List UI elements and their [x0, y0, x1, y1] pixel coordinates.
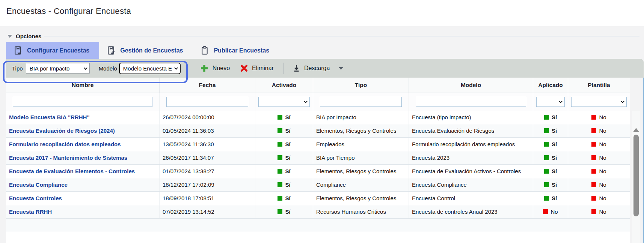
modelo-select-value: Modelo Encuesta E — [123, 65, 172, 72]
tab-publicar-encuestas[interactable]: Publicar Encuestas — [193, 42, 279, 59]
descarga-button[interactable]: Descarga — [293, 64, 343, 72]
tab-label: Configurar Encuestas — [27, 47, 89, 54]
scroll-up-arrow-icon[interactable] — [633, 128, 639, 132]
column-header-fecha[interactable]: Fecha — [160, 78, 255, 93]
table-header-row: Nombre Fecha Activado Tipo Modelo Aplica… — [6, 78, 630, 93]
status-text: Sí — [552, 154, 557, 161]
tipo-cell: BIA por Impacto — [313, 111, 409, 124]
activado-cell: Sí — [255, 124, 313, 137]
table-row: Encuesta Evaluación de Riesgos (2024) 01… — [6, 124, 630, 138]
column-header-activado[interactable]: Activado — [255, 78, 313, 93]
filter-plantilla-select[interactable] — [571, 97, 627, 107]
tab-gestion-de-encuestas[interactable]: Gestión de Encuestas — [99, 42, 193, 59]
survey-name-link[interactable]: Encuesta Evaluación de Riesgos (2024) — [6, 124, 160, 137]
fecha-cell: 13/05/2024 11:36:30 — [160, 138, 255, 151]
status-text: Sí — [552, 168, 557, 174]
column-header-aplicado[interactable]: Aplicado — [533, 78, 568, 93]
table-row: Encuesta Compliance 18/12/2017 17:02:09 … — [6, 178, 630, 192]
chevron-down-icon — [174, 66, 178, 70]
filter-nombre-input[interactable] — [13, 97, 152, 107]
plantilla-cell: No — [568, 205, 630, 218]
filter-activado-select[interactable] — [258, 97, 310, 107]
status-text: No — [599, 168, 606, 174]
aplicado-cell: Sí — [533, 165, 568, 178]
column-header-tipo[interactable]: Tipo — [313, 78, 409, 93]
toolbar-divider — [284, 63, 284, 74]
status-square-icon — [544, 196, 549, 201]
x-icon — [240, 64, 248, 72]
status-square-icon — [591, 169, 596, 174]
survey-name-link[interactable]: Encuesta Compliance — [6, 178, 160, 191]
filter-modelo-input[interactable] — [416, 97, 526, 107]
app-window: Encuestas - Configurar Encuesta Opciones… — [0, 0, 644, 243]
fecha-cell: 01/05/2024 11:36:03 — [160, 124, 255, 137]
status-square-icon — [278, 155, 282, 160]
table-row: Encuesta 2017 - Mantenimiento de Sistema… — [6, 151, 630, 165]
survey-name-link[interactable]: Encuesta 2017 - Mantenimiento de Sistema… — [6, 151, 160, 164]
filter-fecha-input[interactable] — [166, 97, 248, 107]
plantilla-cell: No — [568, 111, 630, 124]
modelo-select[interactable]: Modelo Encuesta E — [119, 63, 181, 74]
chevron-down-icon — [559, 99, 563, 103]
aplicado-cell: Sí — [533, 178, 568, 191]
tab-label: Gestión de Encuestas — [120, 47, 183, 54]
filter-tipo-input[interactable] — [320, 97, 402, 107]
plantilla-cell: No — [568, 138, 630, 151]
status-text: No — [599, 141, 606, 147]
status-square-icon — [543, 209, 548, 214]
aplicado-cell: No — [533, 205, 568, 218]
column-header-nombre[interactable]: Nombre — [6, 78, 160, 93]
survey-name-link[interactable]: Encuesta de Evaluación Elementos - Contr… — [6, 165, 160, 178]
column-header-plantilla[interactable]: Plantilla — [568, 78, 630, 93]
eliminar-button[interactable]: Eliminar — [240, 64, 274, 72]
page-title: Encuestas - Configurar Encuesta — [0, 0, 644, 16]
status-square-icon — [544, 115, 549, 120]
status-text: Sí — [552, 141, 557, 147]
activado-cell: Sí — [255, 111, 313, 124]
aplicado-cell: Sí — [533, 151, 568, 164]
column-header-modelo[interactable]: Modelo — [409, 78, 533, 93]
fecha-cell: 07/02/2019 13:14:52 — [160, 205, 255, 218]
survey-check-icon — [14, 46, 22, 55]
tab-configurar-encuestas[interactable]: Configurar Encuestas — [6, 42, 99, 59]
collapse-arrow-icon[interactable] — [8, 35, 12, 38]
tab-label: Publicar Encuestas — [214, 47, 269, 54]
tipo-select-value: BIA por Impacto — [30, 65, 70, 72]
nuevo-button[interactable]: Nuevo — [200, 64, 230, 72]
tipo-select[interactable]: BIA por Impacto — [26, 63, 90, 74]
status-text: Sí — [552, 195, 557, 201]
status-square-icon — [591, 209, 596, 214]
status-square-icon — [278, 196, 282, 201]
aplicado-cell: Sí — [533, 111, 568, 124]
plus-icon — [200, 64, 208, 72]
status-text: No — [599, 208, 606, 215]
activado-cell: Sí — [255, 151, 313, 164]
aplicado-cell: Sí — [533, 124, 568, 137]
tipo-cell: Elementos, Riesgos y Controles — [313, 192, 409, 205]
options-legend-row: Opciones — [8, 33, 639, 39]
status-square-icon — [544, 128, 549, 133]
plantilla-cell: No — [568, 165, 630, 178]
tipo-cell: Empleados — [313, 138, 409, 151]
filter-aplicado-select[interactable] — [536, 97, 565, 107]
status-square-icon — [278, 209, 282, 214]
options-legend-label: Opciones — [16, 33, 41, 39]
aplicado-cell: Sí — [533, 138, 568, 151]
table-row: Modelo Encuesta BIA "RRHH" 26/07/2024 00… — [6, 111, 630, 124]
modelo-cell: Encuesta Compliance — [409, 178, 533, 191]
status-square-icon — [591, 182, 596, 187]
status-square-icon — [544, 155, 549, 160]
survey-name-link[interactable]: Encuesta Controles — [6, 192, 160, 205]
fecha-cell: 26/07/2024 00:00:00 — [160, 111, 255, 124]
plantilla-cell: No — [568, 178, 630, 191]
scrollbar-thumb[interactable] — [633, 135, 639, 216]
survey-name-link[interactable]: Encuesta RRHH — [6, 205, 160, 218]
activado-cell: Sí — [255, 165, 313, 178]
vertical-scrollbar[interactable] — [632, 111, 640, 243]
survey-name-link[interactable]: Modelo Encuesta BIA "RRHH" — [6, 111, 160, 124]
modelo-cell: Encuesta 2023 — [409, 151, 533, 164]
survey-name-link[interactable]: Formulario recopilación datos empleados — [6, 138, 160, 151]
table-body: Modelo Encuesta BIA "RRHH" 26/07/2024 00… — [6, 111, 630, 219]
modelo-label: Modelo — [99, 65, 117, 72]
status-text: Sí — [285, 114, 290, 120]
